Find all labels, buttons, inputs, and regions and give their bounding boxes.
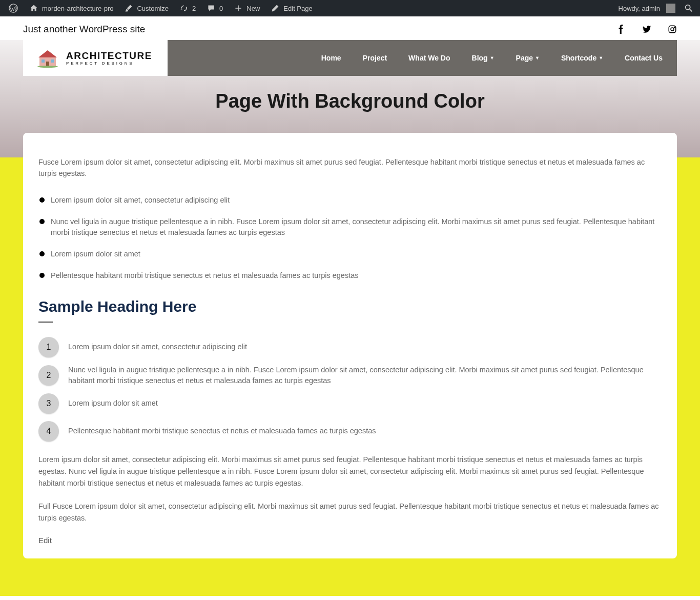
wp-logo-item[interactable] <box>4 0 23 16</box>
svg-point-3 <box>671 28 674 31</box>
svg-rect-8 <box>51 59 54 63</box>
body-paragraph: Lorem ipsum dolor sit amet, consectetur … <box>38 454 662 490</box>
list-item: 4 Pellentesque habitant morbi tristique … <box>38 421 662 442</box>
list-item: 3 Lorem ipsum dolor sit amet <box>38 393 662 414</box>
site-logo[interactable]: ARCHITECTURE PERFECT DESIGNS <box>23 40 168 76</box>
bullet-list: Lorem ipsum dolor sit amet, consectetur … <box>38 195 662 282</box>
wordpress-icon <box>8 3 18 13</box>
customize-item[interactable]: Customize <box>119 0 172 16</box>
logo-icon <box>36 48 59 68</box>
main-nav: ARCHITECTURE PERFECT DESIGNS Home Projec… <box>0 40 700 76</box>
search-item[interactable] <box>682 0 696 16</box>
list-item: Lorem ipsum dolor sit amet <box>38 249 662 260</box>
nav-blog-label: Blog <box>472 54 488 62</box>
body-paragraph: Full Fusce Lorem ipsum dolor sit amet, c… <box>38 501 662 524</box>
list-item: 2 Nunc vel ligula in augue tristique pel… <box>38 365 662 386</box>
instagram-icon[interactable] <box>668 25 677 34</box>
pencil-icon <box>270 3 280 13</box>
nav-page[interactable]: Page▼ <box>516 54 540 62</box>
numbered-list: 1 Lorem ipsum dolor sit amet, consectetu… <box>38 337 662 442</box>
list-item: Nunc vel ligula in augue tristique pelle… <box>38 216 662 239</box>
nav-what-we-do[interactable]: What We Do <box>408 54 450 62</box>
facebook-icon[interactable] <box>616 25 626 34</box>
svg-rect-7 <box>42 59 45 63</box>
nav-home-label: Home <box>321 54 341 62</box>
list-item-text: Lorem ipsum dolor sit amet, consectetur … <box>51 195 230 206</box>
svg-marker-6 <box>38 50 57 57</box>
nav-shortcode[interactable]: Shortcode▼ <box>561 54 603 62</box>
updates-item[interactable]: 2 <box>175 0 200 16</box>
howdy-label: Howdy, admin <box>619 5 660 12</box>
new-item[interactable]: New <box>229 0 264 16</box>
howdy-item[interactable]: Howdy, admin <box>614 0 680 16</box>
nav-home[interactable]: Home <box>321 54 341 62</box>
nav-shortcode-label: Shortcode <box>561 54 596 62</box>
new-label: New <box>246 5 260 12</box>
nav-project[interactable]: Project <box>363 54 387 62</box>
page-title-wrap: Page With Background Color <box>0 76 700 133</box>
updates-count: 2 <box>192 5 196 12</box>
list-item-text: Lorem ipsum dolor sit amet, consectetur … <box>68 342 662 352</box>
list-item-text: Lorem ipsum dolor sit amet <box>68 398 662 409</box>
comments-count: 0 <box>219 5 223 12</box>
logo-subtitle: PERFECT DESIGNS <box>66 62 152 66</box>
page-title: Page With Background Color <box>0 90 700 112</box>
site-tagline: Just another WordPress site <box>23 24 145 35</box>
number-badge: 2 <box>38 365 59 386</box>
nav-project-label: Project <box>363 54 387 62</box>
plus-icon <box>233 3 243 13</box>
number-badge: 4 <box>38 421 59 442</box>
heading-underline <box>38 322 53 323</box>
chevron-down-icon: ▼ <box>535 55 540 61</box>
site-name-item[interactable]: morden-architecture-pro <box>25 0 117 16</box>
list-item: Pellentesque habitant morbi tristique se… <box>38 270 662 282</box>
avatar-icon <box>666 4 675 13</box>
twitter-icon[interactable] <box>642 25 651 34</box>
chevron-down-icon: ▼ <box>599 55 603 61</box>
customize-label: Customize <box>137 5 168 12</box>
intro-paragraph: Fusce Lorem ipsum dolor sit amet, consec… <box>38 156 662 179</box>
section-heading: Sample Heading Here <box>38 298 662 315</box>
nav-page-label: Page <box>516 54 533 62</box>
content-card: Fusce Lorem ipsum dolor sit amet, consec… <box>23 133 677 558</box>
number-badge: 3 <box>38 393 59 414</box>
social-links <box>616 25 677 34</box>
brush-icon <box>123 3 134 13</box>
comments-item[interactable]: 0 <box>202 0 227 16</box>
edit-link[interactable]: Edit <box>38 536 52 545</box>
nav-menu: Home Project What We Do Blog▼ Page▼ Shor… <box>168 40 677 76</box>
comment-icon <box>206 3 216 13</box>
svg-point-10 <box>37 66 58 68</box>
list-item-text: Pellentesque habitant morbi tristique se… <box>51 270 358 282</box>
list-item-text: Nunc vel ligula in augue tristique pelle… <box>68 365 662 386</box>
search-icon <box>684 3 694 13</box>
edit-page-label: Edit Page <box>283 5 312 12</box>
list-item: Lorem ipsum dolor sit amet, consectetur … <box>38 195 662 206</box>
svg-point-4 <box>674 27 675 28</box>
site-name-label: morden-architecture-pro <box>42 5 113 12</box>
svg-point-1 <box>686 5 690 10</box>
list-item: 1 Lorem ipsum dolor sit amet, consectetu… <box>38 337 662 357</box>
list-item-text: Lorem ipsum dolor sit amet <box>51 249 140 260</box>
logo-title: ARCHITECTURE <box>66 51 152 61</box>
home-icon <box>29 3 39 13</box>
wp-admin-bar: morden-architecture-pro Customize 2 0 Ne… <box>0 0 700 16</box>
nav-blog[interactable]: Blog▼ <box>472 54 495 62</box>
nav-contact[interactable]: Contact Us <box>625 54 663 62</box>
chevron-down-icon: ▼ <box>490 55 495 61</box>
list-item-text: Nunc vel ligula in augue tristique pelle… <box>51 216 662 239</box>
number-badge: 1 <box>38 337 59 357</box>
nav-contact-label: Contact Us <box>625 54 663 62</box>
edit-page-item[interactable]: Edit Page <box>266 0 316 16</box>
header-strip: Just another WordPress site <box>0 16 700 40</box>
nav-wwd-label: What We Do <box>408 54 450 62</box>
update-icon <box>179 3 189 13</box>
list-item-text: Pellentesque habitant morbi tristique se… <box>68 426 662 436</box>
